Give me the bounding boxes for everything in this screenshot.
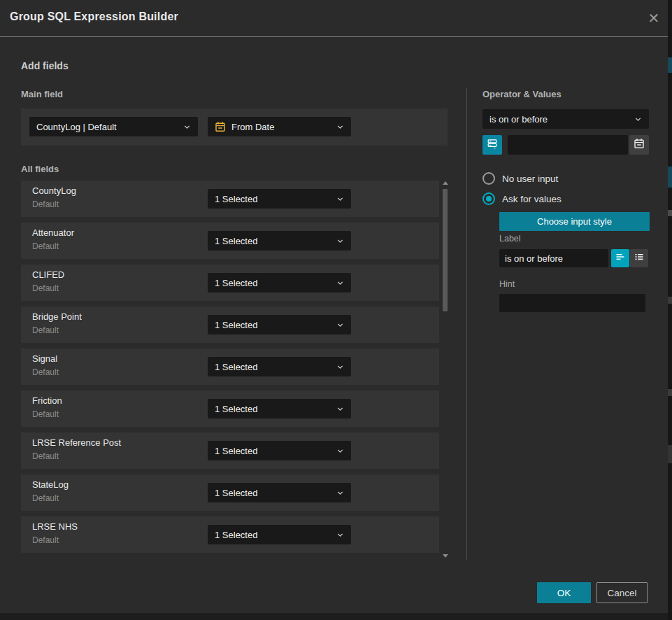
calendar-icon: [634, 138, 645, 152]
field-selected-dropdown[interactable]: 1 Selected: [208, 273, 351, 293]
field-selected-value: 1 Selected: [215, 236, 332, 246]
scrollbar-thumb[interactable]: [443, 189, 448, 311]
chevron-down-icon: [336, 489, 344, 497]
field-name: LRSE NHS: [32, 521, 78, 532]
field-name: Friction: [32, 395, 62, 406]
field-selected-dropdown[interactable]: 1 Selected: [208, 399, 351, 418]
field-name: StateLog: [32, 479, 69, 490]
layer-dropdown[interactable]: CountyLog | Default: [29, 117, 198, 136]
value-input[interactable]: [508, 135, 628, 155]
all-fields-list: CountyLogDefault1 SelectedAttenuatorDefa…: [21, 181, 439, 558]
all-fields-heading: All fields: [21, 164, 59, 174]
field-row: CLIFEDDefault1 Selected: [21, 265, 439, 301]
panel-divider: [466, 87, 467, 560]
field-selected-dropdown[interactable]: 1 Selected: [208, 441, 351, 460]
field-row: SignalDefault1 Selected: [21, 348, 439, 385]
field-row: FrictionDefault1 Selected: [21, 390, 439, 427]
no-user-input-radio[interactable]: No user input: [482, 172, 558, 185]
chevron-down-icon: [336, 195, 344, 203]
field-row: CountyLogDefault1 Selected: [21, 181, 439, 217]
field-dropdown[interactable]: From Date: [208, 117, 351, 136]
field-name: CLIFED: [32, 269, 64, 280]
bullet-list-icon: [634, 251, 645, 265]
background-app-bottom: [0, 613, 668, 620]
field-row: StateLogDefault1 Selected: [21, 474, 439, 511]
field-dropdown-value: From Date: [231, 122, 332, 132]
field-subtitle: Default: [32, 283, 59, 293]
radio-selected-icon: [482, 192, 495, 205]
chevron-down-icon: [336, 279, 344, 287]
field-row: LRSE NHSDefault1 Selected: [21, 516, 439, 553]
field-row: AttenuatorDefault1 Selected: [21, 223, 439, 259]
scrollbar-up-arrow-icon[interactable]: [443, 181, 448, 185]
field-selected-value: 1 Selected: [215, 488, 332, 498]
ask-for-values-label: Ask for values: [502, 194, 562, 204]
field-selected-dropdown[interactable]: 1 Selected: [208, 483, 351, 502]
align-left-icon: [615, 251, 626, 265]
calendar-icon: [215, 121, 226, 132]
field-subtitle: Default: [32, 367, 59, 377]
input-type-selector-button[interactable]: [482, 135, 502, 155]
ask-for-values-radio[interactable]: Ask for values: [482, 192, 562, 205]
scrollbar-down-arrow-icon[interactable]: [443, 554, 448, 558]
chevron-down-icon: [336, 447, 344, 455]
field-subtitle: Default: [32, 451, 59, 461]
field-name: CountyLog: [32, 185, 76, 196]
field-name: Attenuator: [32, 227, 74, 238]
operator-values-heading: Operator & Values: [482, 89, 562, 99]
main-field-panel: CountyLog | Default From Date: [21, 108, 448, 146]
field-subtitle: Default: [32, 325, 59, 335]
hint-input[interactable]: [499, 294, 645, 312]
group-sql-expression-builder-dialog: Group SQL Expression Builder ✕ Add field…: [0, 0, 668, 613]
field-subtitle: Default: [32, 241, 59, 251]
field-row: LRSE Reference PostDefault1 Selected: [21, 432, 439, 469]
ok-button[interactable]: OK: [537, 582, 591, 603]
main-field-heading: Main field: [21, 89, 63, 99]
dialog-title: Group SQL Expression Builder: [10, 10, 178, 23]
no-user-input-label: No user input: [502, 174, 558, 184]
choose-input-style-button[interactable]: Choose input style: [499, 212, 650, 231]
field-selected-value: 1 Selected: [215, 194, 332, 204]
field-name: LRSE Reference Post: [32, 437, 121, 448]
field-subtitle: Default: [32, 409, 59, 419]
list-input-style-button[interactable]: [630, 249, 648, 267]
field-name: Signal: [32, 353, 57, 364]
field-selected-value: 1 Selected: [215, 362, 332, 372]
close-icon[interactable]: ✕: [645, 9, 663, 27]
operator-dropdown-value: is on or before: [489, 114, 630, 125]
background-app-edge: [668, 0, 672, 620]
chevron-down-icon: [336, 123, 344, 131]
field-selected-value: 1 Selected: [215, 404, 332, 414]
stacked-rows-icon: [487, 138, 498, 152]
chevron-down-icon: [634, 115, 642, 123]
cancel-button[interactable]: Cancel: [596, 582, 648, 603]
field-selected-value: 1 Selected: [215, 530, 332, 540]
field-selected-dropdown[interactable]: 1 Selected: [208, 357, 351, 376]
field-subtitle: Default: [32, 493, 59, 503]
field-subtitle: Default: [32, 535, 59, 545]
field-subtitle: Default: [32, 199, 59, 209]
field-row: Bridge PointDefault1 Selected: [21, 307, 439, 343]
add-fields-heading: Add fields: [21, 60, 69, 71]
chevron-down-icon: [336, 405, 344, 413]
title-bar: Group SQL Expression Builder ✕: [0, 0, 668, 37]
field-selected-value: 1 Selected: [215, 446, 332, 456]
chevron-down-icon: [183, 123, 191, 131]
hint-label: Hint: [499, 279, 515, 289]
field-selected-dropdown[interactable]: 1 Selected: [208, 189, 351, 209]
field-name: Bridge Point: [32, 311, 82, 322]
chevron-down-icon: [336, 363, 344, 371]
date-picker-button[interactable]: [629, 135, 649, 155]
chevron-down-icon: [336, 321, 344, 329]
layer-dropdown-value: CountyLog | Default: [36, 122, 179, 132]
single-line-input-style-button[interactable]: [611, 249, 629, 267]
operator-dropdown[interactable]: is on or before: [482, 109, 649, 129]
field-selected-dropdown[interactable]: 1 Selected: [208, 525, 351, 544]
chevron-down-icon: [336, 237, 344, 245]
field-selected-value: 1 Selected: [215, 278, 332, 288]
label-label: Label: [499, 234, 521, 244]
label-input[interactable]: [499, 249, 608, 267]
field-selected-dropdown[interactable]: 1 Selected: [208, 315, 351, 334]
field-selected-dropdown[interactable]: 1 Selected: [208, 231, 351, 251]
radio-unselected-icon: [482, 172, 495, 185]
